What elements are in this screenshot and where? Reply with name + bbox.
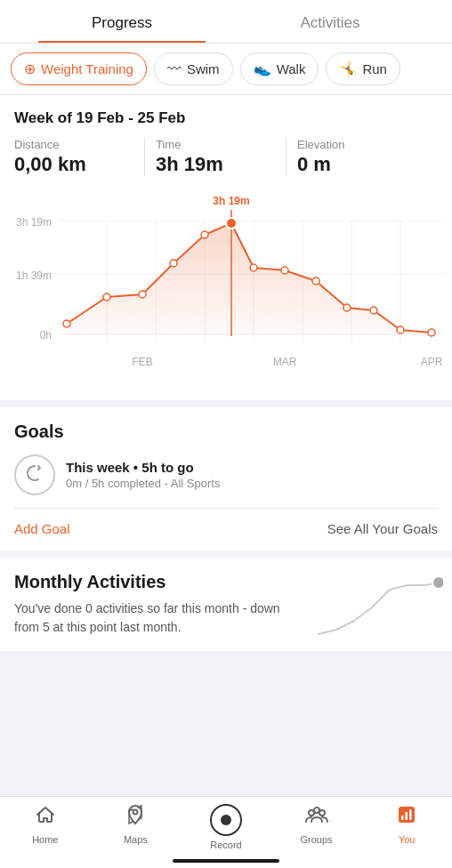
- nav-maps[interactable]: Maps: [91, 804, 182, 850]
- groups-icon: [305, 804, 328, 831]
- filter-walk[interactable]: 👟 Walk: [240, 52, 319, 85]
- run-icon: 🤸: [339, 60, 357, 77]
- svg-point-36: [314, 808, 319, 813]
- svg-rect-38: [401, 816, 404, 820]
- stat-elevation: Elevation 0 m: [297, 138, 427, 176]
- svg-point-16: [63, 320, 70, 327]
- record-icon: [210, 804, 242, 836]
- goal-info: This week • 5h to go 0m / 5h completed -…: [66, 460, 220, 490]
- filter-run[interactable]: 🤸 Run: [326, 52, 400, 85]
- svg-point-20: [201, 231, 208, 238]
- svg-point-22: [281, 267, 288, 274]
- svg-point-27: [428, 329, 435, 336]
- goals-title: Goals: [14, 422, 438, 442]
- svg-text:1h 39m: 1h 39m: [16, 269, 52, 282]
- swim-icon: 〰: [167, 61, 182, 77]
- svg-point-23: [312, 277, 319, 285]
- svg-text:3h 19m: 3h 19m: [213, 195, 249, 207]
- maps-icon: [125, 804, 146, 831]
- chart-svg: 3h 19m 1h 39m 0h: [0, 192, 452, 397]
- bottom-nav: Home Maps Record: [0, 796, 452, 868]
- stat-time: Time 3h 19m: [156, 138, 287, 176]
- svg-point-32: [432, 576, 443, 589]
- svg-text:MAR: MAR: [273, 356, 297, 368]
- nav-you-label: You: [399, 834, 416, 845]
- nav-you[interactable]: You: [361, 804, 452, 850]
- home-indicator: [173, 859, 279, 863]
- stats-row: Distance 0,00 km Time 3h 19m Elevation 0…: [14, 138, 438, 176]
- svg-point-24: [343, 304, 351, 311]
- nav-maps-label: Maps: [124, 834, 148, 845]
- svg-text:APR: APR: [421, 356, 443, 368]
- svg-point-15: [226, 218, 237, 229]
- goal-icon-wrap: [14, 454, 55, 495]
- filter-weight-training[interactable]: ⊕ Weight Training: [11, 52, 147, 85]
- nav-record[interactable]: Record: [181, 804, 271, 850]
- goal-title: This week • 5h to go: [66, 460, 220, 475]
- svg-point-17: [103, 293, 110, 301]
- goal-item: This week • 5h to go 0m / 5h completed -…: [14, 454, 438, 509]
- add-goal-button[interactable]: Add Goal: [14, 521, 70, 536]
- svg-point-19: [170, 260, 177, 267]
- svg-point-26: [397, 326, 404, 334]
- monthly-activities-desc: You've done 0 activities so far this mon…: [14, 599, 303, 637]
- week-stats-section: Week of 19 Feb - 25 Feb Distance 0,00 km…: [0, 95, 452, 400]
- goals-section: Goals This week • 5h to go 0m / 5h compl…: [0, 407, 452, 551]
- week-label: Week of 19 Feb - 25 Feb: [14, 109, 438, 127]
- weight-training-icon: ⊕: [24, 60, 36, 77]
- nav-home[interactable]: Home: [0, 804, 91, 850]
- svg-marker-13: [67, 223, 432, 334]
- goal-subtitle: 0m / 5h completed - All Sports: [66, 477, 220, 490]
- nav-groups-label: Groups: [301, 834, 333, 845]
- svg-point-34: [309, 810, 314, 816]
- svg-point-35: [319, 810, 325, 816]
- tab-activities[interactable]: Activities: [226, 0, 434, 43]
- svg-text:3h 19m: 3h 19m: [16, 216, 52, 229]
- walk-icon: 👟: [254, 60, 271, 77]
- goals-actions: Add Goal See All Your Goals: [14, 521, 438, 536]
- see-all-goals-button[interactable]: See All Your Goals: [327, 521, 438, 536]
- filter-swim[interactable]: 〰 Swim: [154, 52, 233, 85]
- goal-icon: [24, 462, 45, 488]
- activity-chart: 3h 19m 1h 39m 0h: [0, 183, 452, 400]
- tab-progress[interactable]: Progress: [18, 0, 226, 43]
- nav-groups[interactable]: Groups: [271, 804, 362, 850]
- top-tab-bar: Progress Activities: [0, 0, 452, 44]
- home-icon: [35, 804, 56, 831]
- nav-home-label: Home: [32, 834, 58, 845]
- activity-filter-bar: ⊕ Weight Training 〰 Swim 👟 Walk 🤸 Run: [0, 44, 452, 95]
- nav-record-label: Record: [210, 840, 241, 850]
- svg-point-33: [133, 810, 138, 815]
- you-icon: [396, 804, 417, 831]
- svg-point-21: [250, 264, 257, 271]
- svg-text:0h: 0h: [40, 329, 52, 342]
- svg-point-18: [139, 291, 146, 298]
- svg-text:FEB: FEB: [132, 356, 152, 368]
- monthly-chart-mini: [310, 572, 443, 643]
- svg-rect-39: [406, 812, 408, 820]
- svg-rect-40: [409, 809, 412, 820]
- svg-point-25: [370, 307, 377, 314]
- stat-distance: Distance 0,00 km: [14, 138, 145, 176]
- monthly-activities-section: Monthly Activities You've done 0 activit…: [0, 558, 452, 651]
